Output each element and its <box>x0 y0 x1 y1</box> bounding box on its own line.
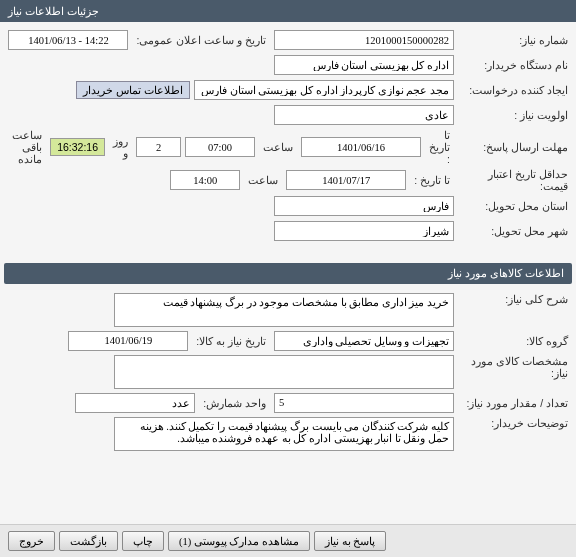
row-province: استان محل تحویل: <box>8 195 568 217</box>
row-city: شهر محل تحویل: <box>8 220 568 242</box>
announce-input[interactable] <box>8 30 128 50</box>
province-input[interactable] <box>274 196 454 216</box>
province-label: استان محل تحویل: <box>458 200 568 212</box>
back-button[interactable]: بازگشت <box>59 531 118 551</box>
validity-date-input[interactable] <box>286 170 406 190</box>
details-section: شماره نیاز: تاریخ و ساعت اعلان عمومی: نا… <box>0 22 576 261</box>
validity-time-input[interactable] <box>170 170 240 190</box>
priority-input[interactable] <box>274 105 454 125</box>
desc-label: شرح کلی نیاز: <box>458 293 568 305</box>
group-label: گروه کالا: <box>458 335 568 347</box>
window-title: جزئیات اطلاعات نیاز <box>8 5 99 18</box>
remaining-label: ساعت باقی مانده <box>8 129 46 165</box>
row-desc: شرح کلی نیاز: <box>8 293 568 327</box>
main-window: جزئیات اطلاعات نیاز شماره نیاز: تاریخ و … <box>0 0 576 557</box>
deadline-time-input[interactable] <box>185 137 255 157</box>
unit-input[interactable] <box>75 393 195 413</box>
deadline-date-input[interactable] <box>301 137 421 157</box>
spec-label: مشخصات کالای مورد نیاز: <box>458 355 568 379</box>
row-priority: اولویت نیاز : <box>8 104 568 126</box>
validity-time-label: ساعت <box>244 174 282 186</box>
remaining-time-badge: 16:32:16 <box>50 138 105 156</box>
buyer-notes-input[interactable] <box>114 417 454 451</box>
city-input[interactable] <box>274 221 454 241</box>
qty-label: تعداد / مقدار مورد نیاز: <box>458 397 568 409</box>
exit-button[interactable]: خروج <box>8 531 55 551</box>
goods-section: شرح کلی نیاز: گروه کالا: تاریخ نیاز به ک… <box>0 286 576 525</box>
buyer-notes-label: توضیحات خریدار: <box>458 417 568 429</box>
deadline-time-label: ساعت <box>259 141 297 153</box>
print-button[interactable]: چاپ <box>122 531 164 551</box>
row-requester: ایجاد کننده درخواست: اطلاعات تماس خریدار <box>8 79 568 101</box>
need-date-input[interactable] <box>68 331 188 351</box>
desc-input[interactable] <box>114 293 454 327</box>
deadline-label: مهلت ارسال پاسخ: <box>458 141 568 153</box>
row-spec: مشخصات کالای مورد نیاز: <box>8 355 568 389</box>
row-deadline: مهلت ارسال پاسخ: تا تاریخ : ساعت روز و 1… <box>8 129 568 165</box>
attachments-button[interactable]: مشاهده مدارک پیوستی (1) <box>168 531 310 551</box>
row-group: گروه کالا: تاریخ نیاز به کالا: <box>8 330 568 352</box>
requester-label: ایجاد کننده درخواست: <box>458 84 568 96</box>
contact-buyer-button[interactable]: اطلاعات تماس خریدار <box>76 81 190 99</box>
requester-input[interactable] <box>194 80 454 100</box>
buyer-input[interactable] <box>274 55 454 75</box>
buyer-label: نام دستگاه خریدار: <box>458 59 568 71</box>
need-no-label: شماره نیاز: <box>458 34 568 46</box>
spec-input[interactable] <box>114 355 454 389</box>
need-no-input[interactable] <box>274 30 454 50</box>
qty-input[interactable] <box>274 393 454 413</box>
footer-toolbar: پاسخ به نیاز مشاهده مدارک پیوستی (1) چاپ… <box>0 524 576 557</box>
days-label: روز و <box>109 135 132 159</box>
days-input[interactable] <box>136 137 181 157</box>
row-validity: حداقل تاریخ اعتبار قیمت: تا تاریخ : ساعت <box>8 168 568 192</box>
row-buyer: نام دستگاه خریدار: <box>8 54 568 76</box>
need-date-label: تاریخ نیاز به کالا: <box>192 335 270 347</box>
row-buyer-notes: توضیحات خریدار: <box>8 417 568 451</box>
priority-label: اولویت نیاز : <box>458 109 568 121</box>
unit-label: واحد شمارش: <box>199 397 270 409</box>
window-title-bar: جزئیات اطلاعات نیاز <box>0 0 576 22</box>
deadline-to-label: تا تاریخ : <box>425 129 454 165</box>
city-label: شهر محل تحویل: <box>458 225 568 237</box>
validity-label: حداقل تاریخ اعتبار قیمت: <box>458 168 568 192</box>
group-input[interactable] <box>274 331 454 351</box>
respond-button[interactable]: پاسخ به نیاز <box>314 531 386 551</box>
validity-to-label: تا تاریخ : <box>410 174 454 186</box>
goods-section-header: اطلاعات کالاهای مورد نیاز <box>4 263 572 284</box>
row-need-no: شماره نیاز: تاریخ و ساعت اعلان عمومی: <box>8 29 568 51</box>
row-qty: تعداد / مقدار مورد نیاز: واحد شمارش: <box>8 392 568 414</box>
announce-label: تاریخ و ساعت اعلان عمومی: <box>132 34 270 46</box>
